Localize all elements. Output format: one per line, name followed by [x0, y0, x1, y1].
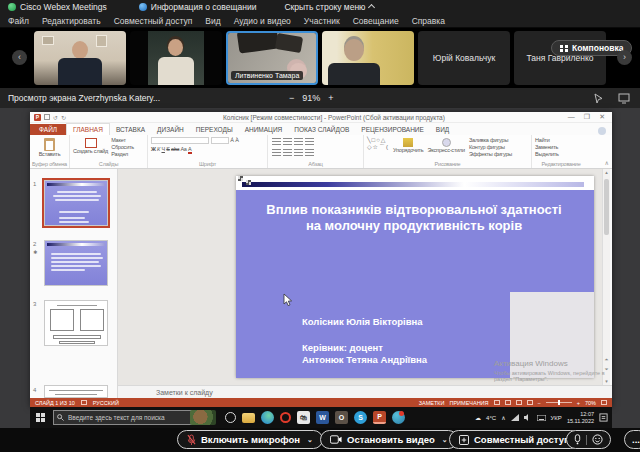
unmute-button[interactable]: Включить микрофон ⌄ — [177, 430, 323, 449]
video-options-chevron[interactable]: ⌄ — [442, 436, 448, 444]
share-content-button[interactable]: Совместный доступ — [449, 430, 580, 449]
change-case-button[interactable]: Aa — [180, 146, 186, 152]
zoom-in-button[interactable]: + — [328, 93, 333, 103]
start-button[interactable] — [36, 413, 45, 422]
section-button[interactable]: Раздел — [111, 151, 134, 158]
participant-audio-tile[interactable]: Юрій Ковальчук — [418, 31, 510, 85]
justify-icon[interactable] — [305, 149, 314, 156]
slide-thumbnail-1[interactable] — [44, 180, 108, 226]
more-options-button[interactable]: ... — [624, 430, 640, 449]
slide-thumbnail-2[interactable] — [44, 240, 108, 286]
notes-pane[interactable]: Заметки к слайду — [118, 385, 612, 398]
participant-video-tile[interactable] — [130, 31, 222, 85]
shapes-gallery[interactable]: ╲□○△◇☆⌒( — [367, 137, 389, 158]
zoom-out-button[interactable]: − — [289, 93, 294, 103]
new-slide-button[interactable]: Создать слайд — [73, 148, 108, 155]
font-size-select[interactable] — [211, 137, 229, 144]
hide-menu-button[interactable]: Скрыть строку меню — [284, 2, 374, 12]
zoom-slider[interactable] — [546, 402, 572, 403]
menu-help[interactable]: Справка — [412, 16, 445, 26]
menu-audio-video[interactable]: Аудио и видео — [234, 16, 291, 26]
font-color-button[interactable]: А — [188, 146, 191, 154]
spellcheck-icon[interactable] — [81, 400, 87, 405]
slideshow-icon[interactable] — [527, 400, 533, 405]
filmstrip-prev-button[interactable]: ‹ — [12, 50, 27, 65]
underline-button[interactable]: Ч — [161, 146, 164, 152]
menu-share[interactable]: Совместный доступ — [114, 16, 193, 26]
language-label[interactable]: РУССКИЙ — [93, 400, 119, 406]
line-spacing-icon[interactable] — [305, 138, 314, 145]
select-button[interactable]: Выделить — [535, 151, 587, 158]
fit-to-window-icon[interactable] — [601, 400, 607, 405]
reset-button[interactable]: Сбросить — [111, 144, 134, 151]
align-center-icon[interactable] — [283, 149, 292, 156]
align-left-icon[interactable] — [272, 149, 281, 156]
shape-effects-button[interactable]: Эффекты фигуры — [469, 151, 512, 158]
tab-view[interactable]: ВИД — [430, 124, 455, 135]
network-icon[interactable] — [511, 414, 519, 421]
participant-video-tile[interactable] — [34, 31, 126, 85]
undo-icon[interactable]: ↺ — [53, 114, 58, 121]
clear-format-button[interactable]: abc — [171, 146, 179, 152]
opera-icon[interactable] — [280, 412, 291, 423]
edge-icon[interactable] — [261, 411, 274, 424]
outlook-icon[interactable]: O — [335, 411, 348, 424]
account-avatar[interactable] — [598, 127, 606, 135]
weather-cloud-icon[interactable]: ☁ — [475, 414, 481, 421]
paste-button[interactable]: Вставить — [33, 151, 66, 158]
file-explorer-icon[interactable] — [242, 413, 255, 423]
shape-fill-button[interactable]: Заливка фигуры — [469, 137, 512, 144]
meeting-info-button[interactable]: Информация о совещании — [139, 2, 257, 12]
language-indicator[interactable]: УКР — [551, 415, 562, 421]
filmstrip-next-button[interactable]: › — [617, 50, 632, 65]
taskbar-clock[interactable]: 12:07 15.11.2022 — [567, 411, 594, 424]
restore-button[interactable]: ❐ — [584, 113, 590, 121]
cortana-icon[interactable] — [225, 412, 236, 423]
redo-icon[interactable]: ↻ — [61, 114, 66, 121]
quick-styles-button[interactable]: Экспресс-стили — [428, 147, 465, 154]
shape-outline-button[interactable]: Контур фигуры — [469, 144, 512, 151]
tab-animations[interactable]: АНИМАЦИЯ — [239, 124, 289, 135]
action-center-icon[interactable] — [599, 413, 608, 422]
weather-temp[interactable]: 4°C — [486, 415, 496, 421]
menu-view[interactable]: Вид — [205, 16, 220, 26]
skype-icon[interactable]: S — [354, 411, 367, 424]
reading-view-icon[interactable] — [516, 400, 522, 405]
find-button[interactable]: Найти — [535, 137, 587, 144]
close-button[interactable]: ✕ — [599, 113, 605, 121]
comments-toggle[interactable]: ПРИМЕЧАНИЯ — [449, 400, 488, 406]
store-icon[interactable]: 🛍 — [297, 411, 310, 424]
minimize-button[interactable]: — — [568, 113, 575, 121]
reactions-smiley-icon[interactable] — [592, 434, 603, 445]
tab-insert[interactable]: ВСТАВКА — [110, 124, 151, 135]
display-icon[interactable] — [618, 93, 630, 104]
menu-edit[interactable]: Редактировать — [42, 16, 101, 26]
mic-options-chevron[interactable]: ⌄ — [307, 436, 313, 444]
participant-video-tile[interactable] — [322, 31, 414, 85]
ppt-zoom-level[interactable]: 70% — [585, 400, 596, 406]
bold-button[interactable]: Ж — [151, 146, 156, 152]
font-name-select[interactable] — [151, 137, 209, 144]
stop-video-button[interactable]: Остановить видео ⌄ — [320, 430, 458, 449]
tab-design[interactable]: ДИЗАЙН — [151, 124, 190, 135]
indent-icon[interactable] — [294, 138, 303, 145]
layout-menu-button[interactable]: Макет — [111, 137, 134, 144]
slide-thumbnail-3[interactable] — [44, 300, 108, 346]
slide-sorter-icon[interactable] — [505, 400, 511, 405]
annotate-pointer-icon[interactable] — [593, 93, 604, 104]
arrange-button[interactable]: Упорядочить — [393, 147, 424, 154]
strikethrough-button[interactable]: S — [166, 146, 169, 152]
tray-expand-icon[interactable]: ∧ — [501, 414, 505, 421]
slide-thumbnail-4[interactable] — [44, 385, 108, 398]
tab-file[interactable]: ФАЙЛ — [30, 124, 66, 135]
vertical-scrollbar[interactable]: ▴ ⏶ ⏷ ▾ — [602, 169, 610, 385]
tab-transitions[interactable]: ПЕРЕХОДЫ — [190, 124, 239, 135]
italic-button[interactable]: К — [157, 146, 160, 152]
replace-button[interactable]: Заменить — [535, 144, 587, 151]
save-icon[interactable] — [44, 114, 50, 120]
menu-file[interactable]: Файл — [8, 16, 29, 26]
webex-taskbar-icon[interactable] — [392, 411, 405, 424]
scrollbar-thumb[interactable] — [604, 179, 609, 235]
taskbar-search-input[interactable]: Введите здесь текст для поиска — [53, 410, 203, 425]
word-icon[interactable]: W — [316, 411, 329, 424]
